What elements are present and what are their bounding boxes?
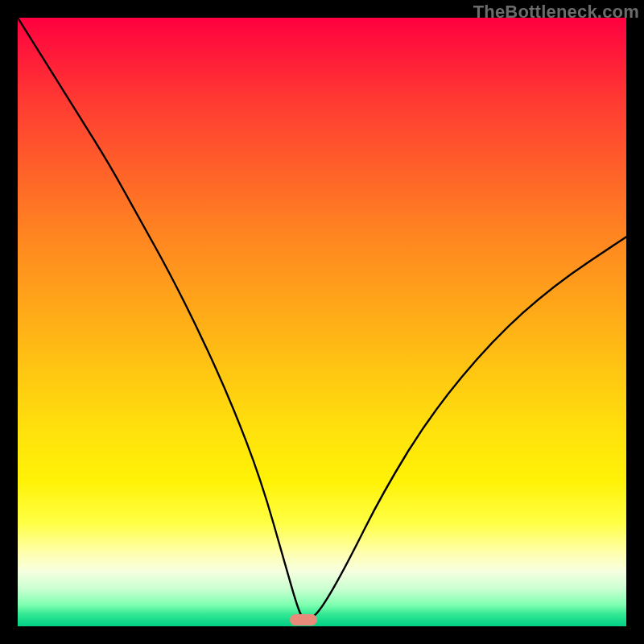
plot-area bbox=[18, 18, 626, 626]
chart-stage: TheBottleneck.com bbox=[0, 0, 644, 644]
bottleneck-curve bbox=[18, 18, 626, 626]
watermark-text: TheBottleneck.com bbox=[473, 2, 639, 23]
optimum-marker bbox=[290, 614, 317, 625]
